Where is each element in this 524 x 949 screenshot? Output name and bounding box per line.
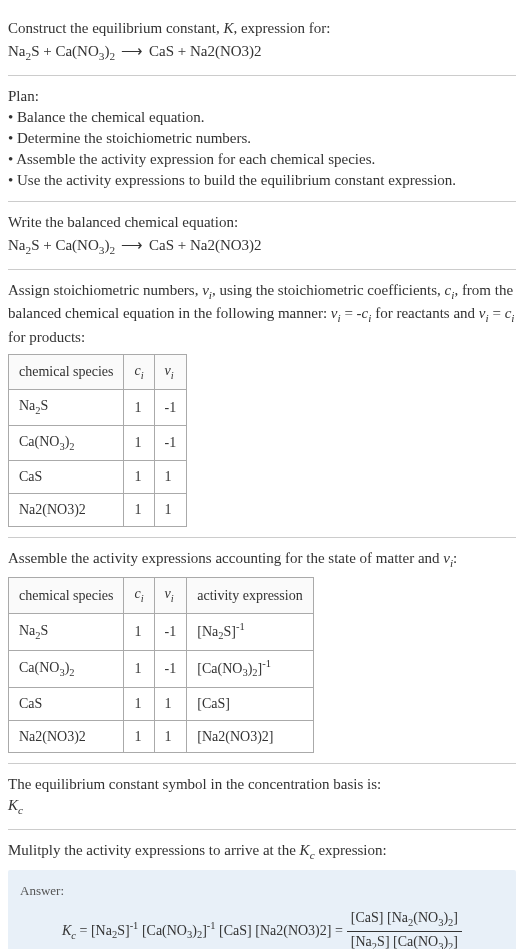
v-cell: 1 xyxy=(154,494,187,527)
plan-heading: Plan: xyxy=(8,86,516,107)
table-row: CaS 1 1 xyxy=(9,461,187,494)
symbol-text: The equilibrium constant symbol in the c… xyxy=(8,774,516,795)
c-cell: 1 xyxy=(124,651,154,688)
species-cell: CaS xyxy=(9,688,124,721)
stoich-text: Assign stoichiometric numbers, νi, using… xyxy=(8,280,516,349)
table-row: Na2S 1 -1 [Na2S]-1 xyxy=(9,613,314,650)
v-cell: -1 xyxy=(154,613,187,650)
balanced-section: Write the balanced chemical equation: Na… xyxy=(8,202,516,270)
table-header-row: chemical species ci νi activity expressi… xyxy=(9,578,314,613)
intro-equation: Na2S + Ca(NO3)2⟶CaS + Na2(NO3)2 xyxy=(8,41,516,65)
table-row: Ca(NO3)2 1 -1 [Ca(NO3)2]-1 xyxy=(9,651,314,688)
c-cell: 1 xyxy=(124,494,154,527)
plan-list: Balance the chemical equation. Determine… xyxy=(8,107,516,191)
table-header-row: chemical species ci νi xyxy=(9,355,187,390)
v-cell: -1 xyxy=(154,425,187,460)
species-cell: Ca(NO3)2 xyxy=(9,651,124,688)
v-cell: -1 xyxy=(154,651,187,688)
expr-cell: [Ca(NO3)2]-1 xyxy=(187,651,313,688)
species-cell: CaS xyxy=(9,461,124,494)
c-cell: 1 xyxy=(124,720,154,753)
expr-cell: [Na2S]-1 xyxy=(187,613,313,650)
table-row: Na2S 1 -1 xyxy=(9,390,187,425)
c-cell: 1 xyxy=(124,425,154,460)
answer-label: Answer: xyxy=(20,882,504,900)
activity-heading: Assemble the activity expressions accoun… xyxy=(8,548,516,572)
species-cell: Na2(NO3)2 xyxy=(9,494,124,527)
v-cell: 1 xyxy=(154,720,187,753)
balanced-heading: Write the balanced chemical equation: xyxy=(8,212,516,233)
balanced-equation: Na2S + Ca(NO3)2⟶CaS + Na2(NO3)2 xyxy=(8,235,516,259)
species-cell: Na2S xyxy=(9,390,124,425)
stoich-section: Assign stoichiometric numbers, νi, using… xyxy=(8,270,516,538)
answer-fraction: [CaS] [Na2(NO3)2] [Na2S] [Ca(NO3)2] xyxy=(347,908,462,949)
intro-text: Construct the equilibrium constant, K, e… xyxy=(8,18,516,39)
v-cell: 1 xyxy=(154,688,187,721)
plan-item: Balance the chemical equation. xyxy=(8,107,516,128)
plan-item: Assemble the activity expression for eac… xyxy=(8,149,516,170)
plan-section: Plan: Balance the chemical equation. Det… xyxy=(8,76,516,202)
species-cell: Ca(NO3)2 xyxy=(9,425,124,460)
symbol-section: The equilibrium constant symbol in the c… xyxy=(8,764,516,830)
stoich-table: chemical species ci νi Na2S 1 -1 Ca(NO3)… xyxy=(8,354,187,527)
plan-item: Use the activity expressions to build th… xyxy=(8,170,516,191)
species-cell: Na2(NO3)2 xyxy=(9,720,124,753)
table-header: ci xyxy=(124,355,154,390)
table-header: ci xyxy=(124,578,154,613)
table-row: Na2(NO3)2 1 1 [Na2(NO3)2] xyxy=(9,720,314,753)
plan-item: Determine the stoichiometric numbers. xyxy=(8,128,516,149)
table-header: activity expression xyxy=(187,578,313,613)
fraction-denominator: [Na2S] [Ca(NO3)2] xyxy=(347,932,462,949)
table-header: chemical species xyxy=(9,355,124,390)
expr-cell: [Na2(NO3)2] xyxy=(187,720,313,753)
v-cell: 1 xyxy=(154,461,187,494)
answer-lhs: Kc = [Na2S]-1 [Ca(NO3)2]-1 [CaS] [Na2(NO… xyxy=(62,919,343,943)
c-cell: 1 xyxy=(124,461,154,494)
c-cell: 1 xyxy=(124,688,154,721)
answer-box: Answer: Kc = [Na2S]-1 [Ca(NO3)2]-1 [CaS]… xyxy=(8,870,516,949)
intro-section: Construct the equilibrium constant, K, e… xyxy=(8,8,516,76)
table-header: chemical species xyxy=(9,578,124,613)
table-row: Na2(NO3)2 1 1 xyxy=(9,494,187,527)
v-cell: -1 xyxy=(154,390,187,425)
c-cell: 1 xyxy=(124,390,154,425)
fraction-numerator: [CaS] [Na2(NO3)2] xyxy=(347,908,462,931)
species-cell: Na2S xyxy=(9,613,124,650)
table-row: CaS 1 1 [CaS] xyxy=(9,688,314,721)
table-header: νi xyxy=(154,578,187,613)
table-header: νi xyxy=(154,355,187,390)
multiply-section: Mulitply the activity expressions to arr… xyxy=(8,830,516,949)
table-row: Ca(NO3)2 1 -1 xyxy=(9,425,187,460)
symbol-value: Kc xyxy=(8,795,516,819)
activity-section: Assemble the activity expressions accoun… xyxy=(8,538,516,765)
activity-table: chemical species ci νi activity expressi… xyxy=(8,577,314,753)
c-cell: 1 xyxy=(124,613,154,650)
answer-expression: Kc = [Na2S]-1 [Ca(NO3)2]-1 [CaS] [Na2(NO… xyxy=(20,908,504,949)
multiply-heading: Mulitply the activity expressions to arr… xyxy=(8,840,516,864)
expr-cell: [CaS] xyxy=(187,688,313,721)
